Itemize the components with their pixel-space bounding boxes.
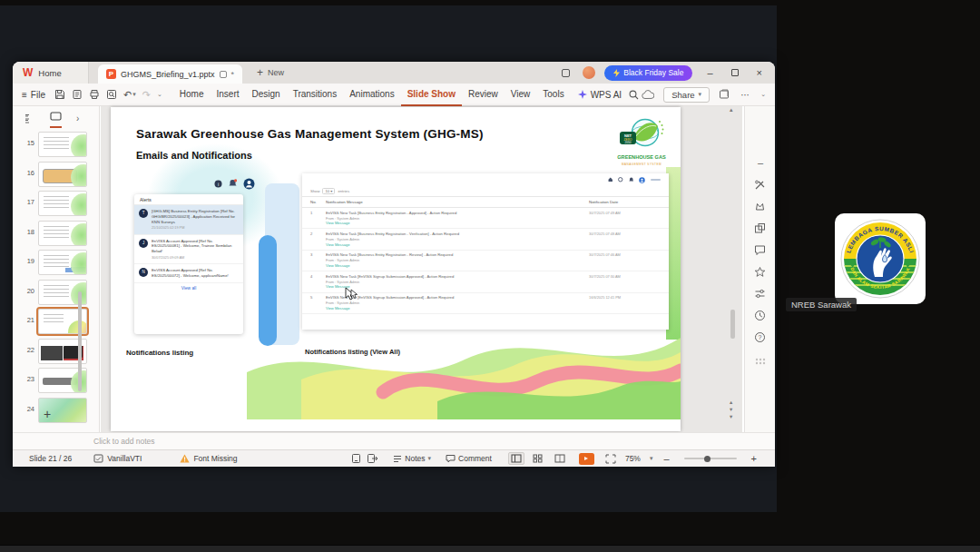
slide-thumbnail-row[interactable]: 22 bbox=[13, 339, 100, 369]
outline-view-icon[interactable] bbox=[24, 113, 35, 123]
save-icon[interactable] bbox=[54, 89, 65, 100]
reading-view-button[interactable] bbox=[552, 452, 568, 465]
history-panel-icon[interactable] bbox=[719, 89, 730, 100]
normal-view-button[interactable] bbox=[508, 452, 524, 465]
slide-21[interactable]: Sarawak Greenhouse Gas Management System… bbox=[111, 107, 681, 431]
view-message-link[interactable]: View Message bbox=[326, 284, 589, 290]
zoom-slider[interactable] bbox=[684, 458, 737, 459]
comment-panel-icon[interactable] bbox=[754, 244, 767, 257]
print-icon[interactable] bbox=[89, 89, 100, 100]
tab-list-icon[interactable] bbox=[562, 69, 570, 77]
view-all-link[interactable]: View all bbox=[134, 283, 243, 294]
slide-thumbnail[interactable] bbox=[38, 221, 87, 246]
notes-toggle[interactable]: Notes ▾ bbox=[393, 454, 431, 463]
menu-tab[interactable]: Slide Show bbox=[401, 84, 462, 106]
account-avatar[interactable] bbox=[583, 66, 595, 79]
zoom-slider-knob[interactable] bbox=[704, 456, 710, 462]
tab-home[interactable]: W Home bbox=[13, 62, 89, 84]
share-button[interactable]: Share ▾ bbox=[663, 87, 710, 103]
view-message-link[interactable]: View Message bbox=[326, 263, 589, 269]
alert-notification-item[interactable]: J EnVISS Account Approved [Ref No. ES/20… bbox=[134, 235, 243, 265]
more-icon[interactable]: ⋯ bbox=[740, 90, 750, 100]
redo-button[interactable]: ↷ bbox=[142, 89, 151, 101]
menu-tab[interactable]: Review bbox=[462, 84, 505, 106]
thumbnail-scrollbar[interactable] bbox=[78, 291, 82, 391]
zoom-in-button[interactable]: + bbox=[746, 453, 762, 464]
output-icon[interactable] bbox=[72, 89, 83, 100]
slide-thumbnail-row[interactable]: 17 bbox=[13, 191, 100, 221]
file-menu[interactable]: ≡ File bbox=[22, 90, 45, 100]
slide-thumbnail-row[interactable]: 20 bbox=[13, 280, 100, 310]
view-message-link[interactable]: View Message bbox=[326, 221, 589, 226]
shapes-icon[interactable] bbox=[754, 222, 767, 235]
black-friday-sale-button[interactable]: Black Friday Sale bbox=[604, 65, 692, 81]
slide-sorter-view-button[interactable] bbox=[530, 452, 546, 465]
tab-preview-icon[interactable] bbox=[220, 71, 227, 78]
slide-thumbnail-row[interactable]: 24 bbox=[13, 398, 100, 428]
qat-more-icon[interactable]: ⌄ bbox=[157, 91, 162, 98]
slide-thumbnail-row[interactable]: 16 bbox=[13, 162, 100, 192]
slide-thumbnail[interactable] bbox=[38, 162, 87, 187]
undo-button[interactable]: ↶▾ bbox=[123, 89, 136, 101]
slide-thumbnail-row[interactable]: 18 bbox=[13, 221, 100, 251]
menu-tab[interactable]: Home bbox=[173, 84, 211, 106]
cloud-sync-icon[interactable] bbox=[642, 90, 654, 100]
minimize-button[interactable]: – bbox=[707, 68, 712, 78]
font-missing-warning[interactable]: Font Missing bbox=[180, 454, 237, 463]
zoom-out-button[interactable]: – bbox=[658, 453, 674, 464]
maximize-button[interactable] bbox=[731, 69, 739, 76]
alert-notification-item[interactable]: T [GHG-MS] Business Entity Registration … bbox=[134, 205, 243, 235]
design-theme-icon[interactable] bbox=[754, 201, 767, 213]
apps-grid-icon[interactable] bbox=[754, 357, 767, 370]
favorites-star-icon[interactable] bbox=[754, 266, 767, 279]
participant-video-tile[interactable]: LEMBAGA SUMBER ASLI DAN ALAM SEKITAR SAR… bbox=[835, 213, 926, 304]
help-icon[interactable]: ? bbox=[754, 331, 767, 344]
alert-notification-item[interactable]: N EnVISS Account Approved [Ref No. ES/20… bbox=[134, 264, 243, 283]
notes-placeholder[interactable]: Click to add notes bbox=[93, 437, 155, 446]
slide-thumbnail[interactable] bbox=[38, 250, 87, 275]
slide-menu-icon[interactable]: ▾ bbox=[730, 406, 732, 412]
entries-select[interactable]: 10 ▾ bbox=[322, 188, 335, 194]
slide-thumbnail-row[interactable]: 23 bbox=[13, 368, 100, 398]
menu-tab[interactable]: Design bbox=[246, 84, 287, 106]
add-slide-button[interactable]: + bbox=[38, 407, 56, 421]
collapse-sidebar-icon[interactable]: – bbox=[754, 157, 767, 170]
exit-pane-icon[interactable] bbox=[367, 453, 378, 464]
next-slide-icon[interactable]: ▾ bbox=[730, 413, 732, 419]
theme-name-button[interactable]: VanillaVTI bbox=[93, 454, 142, 463]
notes-bar[interactable]: Click to add notes bbox=[13, 432, 775, 449]
comment-button[interactable]: Comment bbox=[446, 454, 492, 463]
menu-tab[interactable]: Tools bbox=[536, 84, 570, 106]
expand-panel-icon[interactable]: › bbox=[76, 113, 79, 123]
slide-thumbnail[interactable] bbox=[38, 132, 87, 157]
close-button[interactable]: × bbox=[757, 68, 762, 78]
view-message-link[interactable]: View Message bbox=[326, 242, 589, 248]
view-message-link[interactable]: View Message bbox=[326, 306, 589, 311]
history-clock-icon[interactable] bbox=[754, 310, 767, 322]
previous-slide-icon[interactable]: ▴ bbox=[730, 399, 732, 405]
slide-thumbnail-row[interactable]: 15 bbox=[13, 132, 100, 162]
menu-tab[interactable]: Animations bbox=[343, 84, 400, 106]
new-tab-button[interactable]: + New bbox=[257, 66, 284, 79]
settings-sliders-icon[interactable] bbox=[754, 288, 767, 301]
wps-ai-button[interactable]: WPS AI bbox=[571, 90, 629, 100]
zoom-dropdown-icon[interactable]: ▾ bbox=[650, 455, 653, 462]
search-icon[interactable] bbox=[629, 90, 639, 100]
tab-document[interactable]: P GHGMS_Briefing_v1.pptx * bbox=[98, 64, 242, 84]
menu-tab[interactable]: Transitions bbox=[287, 84, 344, 106]
collapse-ribbon-icon[interactable]: ⌄ bbox=[760, 91, 766, 98]
menu-tab[interactable]: View bbox=[505, 84, 537, 106]
slideshow-play-button[interactable] bbox=[579, 453, 594, 465]
zoom-level[interactable]: 75% bbox=[625, 454, 641, 463]
single-view-icon[interactable] bbox=[351, 453, 361, 464]
scroll-up-icon[interactable]: ▴ bbox=[730, 106, 733, 113]
slide-scrollbar[interactable]: ▴ ▴ ▾ ▾ bbox=[729, 106, 738, 432]
format-brush-icon[interactable] bbox=[754, 179, 767, 192]
slide-view-icon[interactable] bbox=[50, 108, 62, 128]
menu-tab[interactable]: Insert bbox=[210, 84, 245, 106]
slide-thumbnail[interactable] bbox=[38, 191, 87, 216]
fit-screen-icon[interactable] bbox=[605, 454, 616, 464]
slide-thumbnail-row[interactable]: 21 bbox=[13, 309, 100, 339]
slide-thumbnail-row[interactable]: 19 bbox=[13, 250, 100, 280]
scrollbar-thumb[interactable] bbox=[730, 310, 735, 339]
